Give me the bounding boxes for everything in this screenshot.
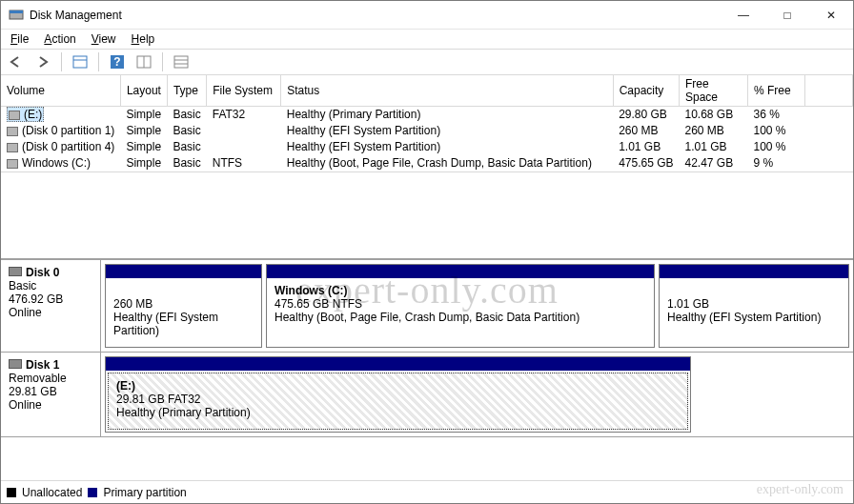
menu-view[interactable]: View (86, 30, 122, 48)
maximize-button[interactable]: □ (765, 1, 809, 30)
col-fs[interactable]: File System (207, 75, 281, 107)
col-capacity[interactable]: Capacity (613, 75, 679, 107)
table-row[interactable]: (E:)SimpleBasicFAT32Healthy (Primary Par… (1, 107, 853, 123)
menu-bar: File Action View Help (1, 30, 853, 49)
partition[interactable]: 1.01 GBHealthy (EFI System Partition) (659, 264, 849, 348)
drive-icon (7, 143, 18, 152)
drive-icon (7, 127, 18, 136)
table-row[interactable]: Windows (C:)SimpleBasicNTFSHealthy (Boot… (1, 155, 853, 171)
menu-action[interactable]: Action (38, 30, 81, 48)
volume-list[interactable]: Volume Layout Type File System Status Ca… (1, 75, 853, 172)
window-title: Disk Management (30, 9, 722, 22)
legend-primary: Primary partition (103, 486, 186, 499)
close-button[interactable]: ✕ (809, 1, 853, 30)
partition-header (106, 265, 261, 278)
partition[interactable]: Windows (C:)475.65 GB NTFSHealthy (Boot,… (266, 264, 655, 348)
legend: Unallocated Primary partition (1, 480, 853, 503)
disk-label[interactable]: Disk 1Removable29.81 GBOnline (1, 353, 101, 436)
disk-icon (9, 267, 22, 276)
primary-swatch (88, 488, 97, 497)
svg-rect-8 (174, 56, 188, 68)
col-pctfree[interactable]: % Free (748, 75, 805, 107)
menu-file[interactable]: File (5, 30, 34, 48)
title-bar: Disk Management — □ ✕ (1, 1, 853, 30)
unallocated-swatch (7, 488, 16, 497)
col-layout[interactable]: Layout (120, 75, 167, 107)
col-type[interactable]: Type (167, 75, 206, 107)
disk-icon (9, 359, 22, 369)
partition-header (660, 265, 848, 278)
settings-view-button[interactable] (132, 50, 155, 73)
col-empty[interactable] (805, 75, 853, 107)
partition-header (267, 265, 654, 278)
disk-row: Disk 0Basic476.92 GBOnline260 MBHealthy … (1, 259, 853, 353)
list-view-button[interactable] (170, 50, 193, 73)
disk-row: Disk 1Removable29.81 GBOnline(E:)29.81 G… (1, 353, 853, 437)
menu-help[interactable]: Help (126, 30, 161, 48)
disk-graphic-pane: Disk 0Basic476.92 GBOnline260 MBHealthy … (1, 258, 853, 437)
toolbar: ? (1, 49, 853, 75)
disk-label[interactable]: Disk 0Basic476.92 GBOnline (1, 260, 101, 352)
minimize-button[interactable]: — (722, 1, 765, 30)
drive-icon (7, 159, 18, 169)
back-button[interactable] (5, 50, 28, 73)
partition-header (106, 357, 690, 371)
view-button[interactable] (69, 50, 92, 73)
legend-unallocated: Unallocated (22, 486, 82, 499)
col-status[interactable]: Status (281, 75, 613, 107)
table-row[interactable]: (Disk 0 partition 1)SimpleBasicHealthy (… (1, 123, 853, 139)
forward-button[interactable] (31, 50, 54, 73)
app-icon (9, 8, 24, 23)
svg-rect-2 (73, 56, 87, 68)
svg-rect-1 (10, 10, 23, 13)
partition[interactable]: 260 MBHealthy (EFI System Partition) (105, 264, 262, 348)
help-button[interactable]: ? (106, 50, 129, 73)
table-row[interactable]: (Disk 0 partition 4)SimpleBasicHealthy (… (1, 139, 853, 155)
svg-text:?: ? (113, 55, 120, 69)
col-volume[interactable]: Volume (1, 75, 120, 107)
partition[interactable]: (E:)29.81 GB FAT32Healthy (Primary Parti… (105, 356, 691, 433)
drive-icon (9, 111, 20, 120)
col-free[interactable]: Free Space (680, 75, 748, 107)
